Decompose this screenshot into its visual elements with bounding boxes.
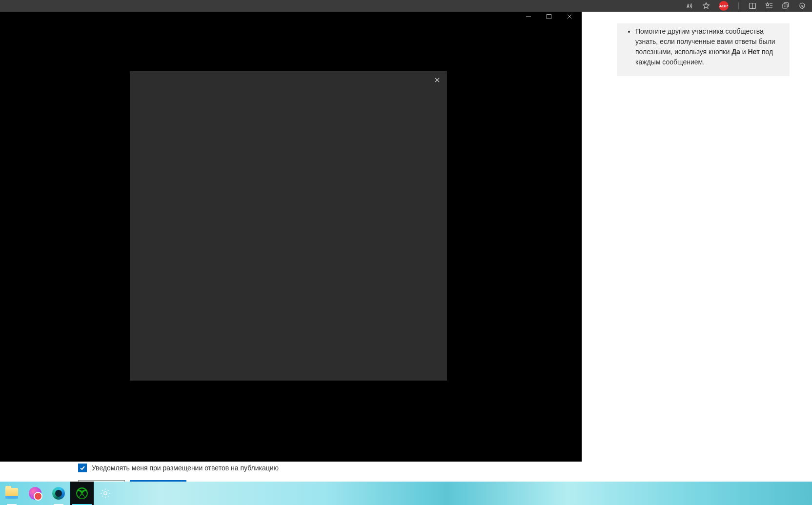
taskbar-settings[interactable] (94, 482, 117, 505)
taskbar-chat[interactable] (23, 482, 47, 505)
edge-icon (52, 487, 65, 500)
help-tip-item: Помогите другим участника сообщества узн… (635, 26, 781, 67)
favorites-list-icon[interactable] (765, 2, 773, 10)
collections-icon[interactable] (782, 2, 790, 10)
embedded-window-controls (516, 12, 582, 21)
gear-icon (100, 487, 111, 499)
svg-rect-9 (547, 15, 551, 19)
help-info-panel: Помогите другим участника сообщества узн… (617, 23, 790, 76)
embedded-modal-close-icon[interactable] (434, 77, 440, 83)
taskbar-file-explorer[interactable] (0, 482, 23, 505)
read-aloud-icon[interactable] (686, 2, 693, 10)
embedded-app-screenshot (0, 12, 582, 462)
help-tip-no: Нет (748, 48, 760, 56)
split-screen-icon[interactable] (749, 2, 756, 10)
windows-taskbar (0, 482, 812, 505)
notify-label: Уведомлять меня при размещении ответов н… (92, 464, 279, 472)
browser-essentials-icon[interactable] (798, 2, 806, 10)
svg-point-15 (104, 492, 107, 495)
notify-checkbox[interactable] (78, 464, 87, 472)
help-tip-text-mid: и (740, 48, 748, 56)
embedded-maximize-button[interactable] (546, 13, 552, 20)
notify-row: Уведомлять меня при размещении ответов н… (78, 464, 566, 472)
embedded-modal (130, 71, 447, 381)
file-explorer-icon (5, 488, 18, 499)
toolbar-divider (738, 2, 739, 9)
xbox-icon (75, 486, 89, 501)
help-tip-yes: Да (731, 48, 740, 56)
taskbar-xbox[interactable] (70, 482, 94, 505)
embedded-minimize-button[interactable] (525, 13, 532, 20)
favorite-star-icon[interactable] (702, 2, 710, 10)
page-content: Помогите другим участника сообщества узн… (0, 12, 812, 485)
taskbar-edge[interactable] (47, 482, 70, 505)
browser-toolbar: ABP (0, 0, 812, 12)
chat-icon (29, 487, 41, 500)
embedded-close-button[interactable] (566, 13, 573, 20)
abp-extension-icon[interactable]: ABP (719, 1, 729, 11)
